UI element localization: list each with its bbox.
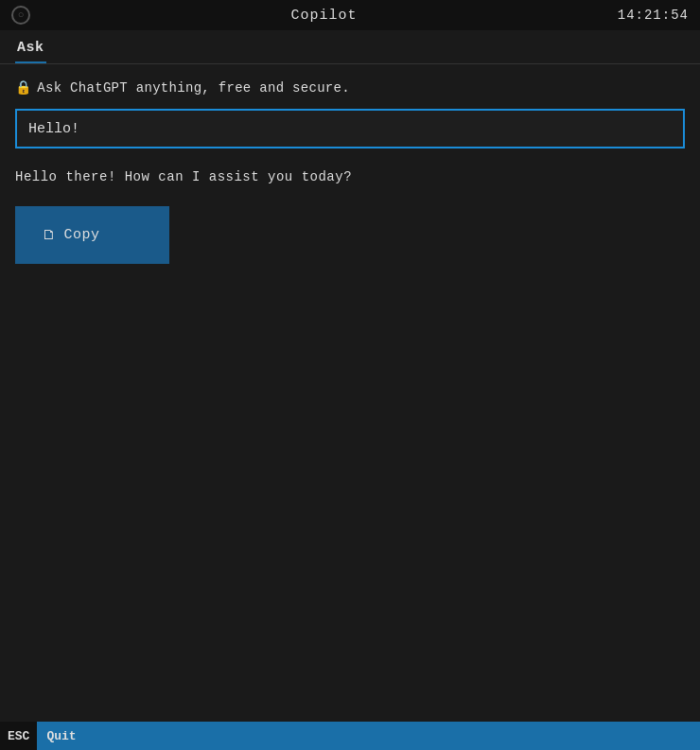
input-wrapper[interactable]	[15, 109, 685, 148]
copy-doc-icon: 🗋	[42, 227, 57, 244]
app-title: Copilot	[290, 8, 357, 24]
lock-icon: 🔒	[15, 79, 31, 96]
quit-label[interactable]: Quit	[37, 722, 85, 750]
main-content: 🔒 Ask ChatGPT anything, free and secure.…	[0, 64, 700, 722]
clock: 14:21:54	[618, 8, 689, 23]
title-bar: ○ Copilot 14:21:54	[0, 0, 700, 30]
subtitle-text: 🔒 Ask ChatGPT anything, free and secure.	[15, 79, 685, 96]
response-text: Hello there! How can I assist you today?	[15, 167, 685, 187]
window-icon: ○	[11, 6, 30, 25]
circle-icon: ○	[18, 9, 25, 21]
tab-ask[interactable]: Ask	[15, 36, 46, 63]
chat-input[interactable]	[28, 121, 672, 137]
tab-bar: Ask	[0, 30, 700, 64]
esc-key[interactable]: ESC	[0, 722, 37, 750]
subtitle-label: Ask ChatGPT anything, free and secure.	[37, 80, 350, 96]
copy-button-label: Copy	[64, 227, 100, 243]
copy-button[interactable]: 🗋 Copy	[15, 206, 169, 264]
bottom-bar: ESC Quit	[0, 722, 700, 750]
